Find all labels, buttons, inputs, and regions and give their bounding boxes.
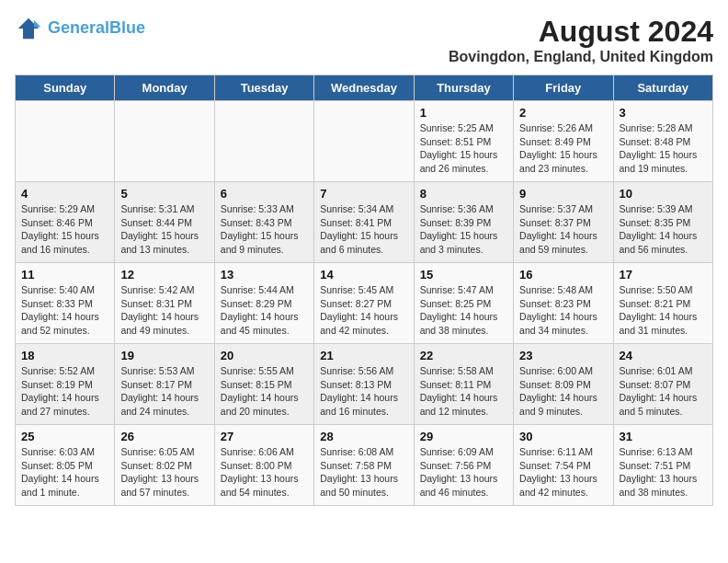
title-area: August 2024 Bovingdon, England, United K… — [449, 15, 713, 65]
calendar-cell: 29Sunrise: 6:09 AMSunset: 7:56 PMDayligh… — [414, 425, 513, 506]
cell-info: Sunrise: 5:28 AM — [620, 121, 707, 135]
cell-info: Daylight: 15 hours — [320, 229, 407, 243]
day-number: 18 — [21, 349, 108, 362]
cell-info: and 9 minutes. — [221, 243, 308, 257]
cell-info: Daylight: 14 hours — [519, 229, 607, 243]
cell-info: Daylight: 15 hours — [519, 148, 607, 162]
calendar-cell: 2Sunrise: 5:26 AMSunset: 8:49 PMDaylight… — [514, 101, 613, 182]
day-number: 14 — [320, 268, 407, 282]
day-header-thursday: Thursday — [414, 75, 513, 101]
day-number: 26 — [120, 430, 208, 443]
cell-info: Sunrise: 6:00 AM — [519, 364, 607, 378]
cell-info: and 9 minutes. — [519, 405, 607, 419]
day-number: 6 — [221, 187, 308, 201]
cell-info: and 12 minutes. — [420, 405, 507, 419]
calendar-cell: 14Sunrise: 5:45 AMSunset: 8:27 PMDayligh… — [314, 263, 414, 344]
cell-info: and 16 minutes. — [21, 243, 108, 257]
cell-info: Daylight: 14 hours — [519, 310, 607, 324]
calendar-cell: 9Sunrise: 5:37 AMSunset: 8:37 PMDaylight… — [514, 182, 613, 263]
day-number: 24 — [620, 349, 707, 362]
calendar-cell: 24Sunrise: 6:01 AMSunset: 8:07 PMDayligh… — [613, 344, 712, 425]
cell-info: Sunset: 8:13 PM — [320, 378, 407, 392]
cell-info: Sunrise: 5:39 AM — [620, 202, 707, 216]
calendar-cell: 3Sunrise: 5:28 AMSunset: 8:48 PMDaylight… — [613, 101, 712, 182]
calendar-cell: 10Sunrise: 5:39 AMSunset: 8:35 PMDayligh… — [613, 182, 712, 263]
day-header-tuesday: Tuesday — [214, 75, 313, 101]
calendar-cell: 30Sunrise: 6:11 AMSunset: 7:54 PMDayligh… — [514, 425, 613, 506]
cell-info: and 5 minutes. — [620, 405, 707, 419]
day-header-monday: Monday — [115, 75, 214, 101]
cell-info: Sunrise: 5:29 AM — [21, 202, 108, 216]
day-number: 5 — [120, 187, 208, 201]
cell-info: and 34 minutes. — [519, 324, 607, 338]
cell-info: Sunset: 8:37 PM — [519, 216, 607, 230]
cell-info: and 27 minutes. — [21, 405, 108, 419]
cell-info: Sunrise: 5:37 AM — [519, 202, 607, 216]
cell-info: Sunrise: 5:42 AM — [120, 283, 208, 297]
calendar-cell — [16, 101, 115, 182]
day-number: 4 — [21, 187, 108, 201]
day-number: 17 — [620, 268, 707, 282]
cell-info: and 26 minutes. — [420, 162, 507, 176]
calendar-cell: 26Sunrise: 6:05 AMSunset: 8:02 PMDayligh… — [115, 425, 214, 506]
day-number: 1 — [420, 106, 507, 120]
header: GeneralBlue August 2024 Bovingdon, Engla… — [15, 15, 713, 65]
cell-info: Sunrise: 5:40 AM — [21, 283, 108, 297]
cell-info: Daylight: 15 hours — [620, 148, 707, 162]
day-number: 31 — [620, 430, 707, 443]
svg-marker-0 — [18, 18, 40, 40]
cell-info: Daylight: 14 hours — [21, 472, 108, 486]
cell-info: Sunset: 8:48 PM — [620, 135, 707, 149]
cell-info: and 23 minutes. — [519, 162, 607, 176]
cell-info: Sunset: 8:21 PM — [620, 297, 707, 311]
day-number: 19 — [120, 349, 208, 362]
day-number: 16 — [519, 268, 607, 282]
day-number: 29 — [420, 430, 507, 443]
cell-info: Sunrise: 5:26 AM — [519, 121, 607, 135]
cell-info: Sunrise: 6:06 AM — [221, 445, 308, 459]
cell-info: Daylight: 14 hours — [320, 391, 407, 405]
day-number: 2 — [519, 106, 607, 120]
cell-info: Daylight: 14 hours — [519, 391, 607, 405]
cell-info: Sunset: 8:07 PM — [620, 378, 707, 392]
day-number: 20 — [221, 349, 308, 362]
cell-info: Sunrise: 6:09 AM — [420, 445, 507, 459]
cell-info: Sunrise: 5:44 AM — [221, 283, 308, 297]
cell-info: Daylight: 15 hours — [21, 229, 108, 243]
calendar-cell: 7Sunrise: 5:34 AMSunset: 8:41 PMDaylight… — [314, 182, 414, 263]
calendar-cell: 25Sunrise: 6:03 AMSunset: 8:05 PMDayligh… — [16, 425, 115, 506]
calendar-cell: 15Sunrise: 5:47 AMSunset: 8:25 PMDayligh… — [414, 263, 513, 344]
cell-info: Sunrise: 5:47 AM — [420, 283, 507, 297]
cell-info: Sunset: 7:51 PM — [620, 459, 707, 473]
cell-info: Sunrise: 6:03 AM — [21, 445, 108, 459]
day-number: 12 — [120, 268, 208, 282]
calendar-cell: 5Sunrise: 5:31 AMSunset: 8:44 PMDaylight… — [115, 182, 214, 263]
cell-info: and 54 minutes. — [221, 486, 308, 500]
calendar-week-3: 11Sunrise: 5:40 AMSunset: 8:33 PMDayligh… — [16, 263, 713, 344]
cell-info: and 59 minutes. — [519, 243, 607, 257]
day-number: 11 — [21, 268, 108, 282]
cell-info: Sunrise: 5:25 AM — [420, 121, 507, 135]
cell-info: Sunset: 8:39 PM — [420, 216, 507, 230]
calendar-cell — [115, 101, 214, 182]
day-number: 8 — [420, 187, 507, 201]
cell-info: Sunrise: 6:13 AM — [620, 445, 707, 459]
cell-info: Sunrise: 5:56 AM — [320, 364, 407, 378]
calendar-cell: 4Sunrise: 5:29 AMSunset: 8:46 PMDaylight… — [16, 182, 115, 263]
cell-info: Sunset: 8:51 PM — [420, 135, 507, 149]
day-number: 15 — [420, 268, 507, 282]
cell-info: Daylight: 13 hours — [620, 472, 707, 486]
day-number: 3 — [620, 106, 707, 120]
cell-info: Sunrise: 5:33 AM — [221, 202, 308, 216]
cell-info: Sunset: 7:56 PM — [420, 459, 507, 473]
location-title: Bovingdon, England, United Kingdom — [449, 49, 713, 65]
calendar-week-2: 4Sunrise: 5:29 AMSunset: 8:46 PMDaylight… — [16, 182, 713, 263]
calendar-cell: 11Sunrise: 5:40 AMSunset: 8:33 PMDayligh… — [16, 263, 115, 344]
cell-info: Daylight: 15 hours — [221, 229, 308, 243]
cell-info: and 52 minutes. — [21, 324, 108, 338]
cell-info: and 13 minutes. — [120, 243, 208, 257]
calendar-body: 1Sunrise: 5:25 AMSunset: 8:51 PMDaylight… — [16, 101, 713, 506]
month-title: August 2024 — [449, 15, 713, 49]
calendar-cell: 22Sunrise: 5:58 AMSunset: 8:11 PMDayligh… — [414, 344, 513, 425]
cell-info: Daylight: 14 hours — [21, 310, 108, 324]
